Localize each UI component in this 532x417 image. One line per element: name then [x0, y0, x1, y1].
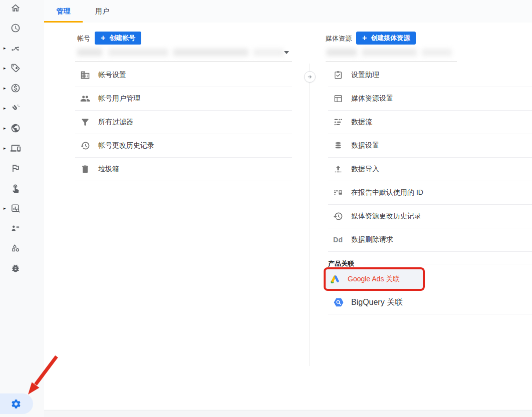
google-ads-icon — [330, 274, 341, 285]
tab-label: 用户 — [95, 7, 109, 16]
menu-item-label: 媒体资源设置 — [351, 94, 393, 103]
monetization-icon — [11, 83, 21, 93]
menu-item-label: 所有过滤器 — [98, 118, 133, 127]
flag-icon — [11, 163, 21, 173]
create-account-button[interactable]: + 创建帐号 — [95, 32, 141, 45]
expand-caret-icon: ▸ — [4, 66, 6, 71]
tab-label: 管理 — [57, 7, 71, 16]
menu-item-property-change-history[interactable]: 媒体资源更改历史记录 — [328, 205, 532, 228]
menu-item-label: 垃圾箱 — [98, 165, 119, 174]
sidebar-item-debug[interactable] — [0, 258, 44, 278]
building-icon — [80, 70, 90, 80]
column-divider — [310, 64, 310, 366]
sidebar-item-attraction[interactable]: ▸ — [0, 98, 44, 118]
caret-down-icon — [284, 51, 289, 54]
sidebar-item-home[interactable] — [0, 0, 44, 18]
menu-item-label: 在报告中默认使用的 ID — [351, 188, 423, 197]
sidebar-item-loyalty[interactable]: ▸ — [0, 58, 44, 78]
devices-icon — [11, 143, 21, 153]
report-search-icon — [11, 203, 21, 213]
redacted-text — [422, 49, 452, 56]
property-selector[interactable] — [326, 45, 457, 62]
expand-caret-icon: ▸ — [4, 206, 6, 211]
sidebar-item-lifecycle[interactable]: ▸ — [0, 38, 44, 58]
filter-icon — [80, 117, 90, 127]
redacted-text — [173, 49, 248, 56]
menu-item-property-settings[interactable]: 媒体资源设置 — [328, 87, 532, 111]
menu-item-all-filters[interactable]: 所有过滤器 — [75, 111, 292, 134]
sidebar-item-recent[interactable] — [0, 18, 44, 38]
menu-item-account-settings[interactable]: 帐号设置 — [75, 64, 292, 87]
menu-item-setup-assistant[interactable]: 设置助理 — [328, 64, 532, 87]
menu-item-data-import[interactable]: 数据导入 — [328, 158, 532, 181]
menu-item-label: 媒体资源更改历史记录 — [351, 212, 421, 221]
expand-caret-icon: ▸ — [4, 146, 6, 151]
menu-item-default-reporting-id[interactable]: 在报告中默认使用的 ID — [328, 181, 532, 205]
tab-admin[interactable]: 管理 — [44, 0, 83, 23]
property-menu: 设置助理 媒体资源设置 数据流 数据设置 数据导入 在报告中默认使用的 ID 媒… — [328, 64, 532, 252]
menu-item-data-deletion-requests[interactable]: Dd 数据删除请求 — [328, 228, 532, 252]
menu-item-data-settings[interactable]: 数据设置 — [328, 134, 532, 158]
history-icon — [80, 141, 90, 151]
create-property-button[interactable]: + 创建媒体资源 — [356, 32, 416, 45]
sidebar-item-web[interactable]: ▸ — [0, 118, 44, 138]
nav-sidebar: ▸ ▸ ▸ ▸ ▸ ▸ ▸ — [0, 0, 44, 417]
person-list-icon — [11, 223, 21, 233]
collapse-column-button[interactable] — [304, 71, 316, 83]
account-menu: 帐号设置 帐号用户管理 所有过滤器 帐号更改历史记录 垃圾箱 — [75, 64, 292, 181]
layout-icon — [333, 94, 343, 104]
expand-caret-icon: ▸ — [4, 86, 6, 91]
trash-icon — [80, 164, 90, 174]
redacted-text — [327, 49, 357, 56]
sidebar-item-explore[interactable] — [0, 238, 44, 258]
sidebar-item-audiences[interactable] — [0, 218, 44, 238]
menu-item-data-streams[interactable]: 数据流 — [328, 111, 532, 134]
property-column-label: 媒体资源 — [326, 34, 352, 43]
arrow-right-icon — [307, 74, 313, 80]
expand-caret-icon: ▸ — [4, 126, 6, 131]
top-tab-bar: 管理 用户 — [44, 0, 532, 23]
id-badge-icon — [333, 188, 343, 198]
flow-icon — [11, 43, 21, 53]
tab-users[interactable]: 用户 — [83, 0, 122, 23]
globe-icon — [11, 123, 21, 133]
product-links-divider — [363, 264, 532, 264]
magnet-icon — [11, 103, 21, 113]
menu-item-label: 数据流 — [351, 118, 372, 127]
database-icon — [333, 141, 343, 151]
menu-item-account-change-history[interactable]: 帐号更改历史记录 — [75, 134, 292, 158]
menu-item-label: 设置助理 — [351, 71, 379, 80]
redacted-text — [362, 49, 417, 56]
menu-item-account-access[interactable]: 帐号用户管理 — [75, 87, 292, 111]
menu-item-label: BigQuery 关联 — [351, 297, 403, 308]
sidebar-item-flag[interactable] — [0, 158, 44, 178]
admin-content-card: 帐号 + 创建帐号 帐号设置 帐号用户管理 所有过滤器 帐号更改历史记录 — [44, 23, 532, 409]
touch-icon — [11, 183, 21, 193]
redacted-text — [77, 49, 102, 56]
account-column-label: 帐号 — [77, 34, 90, 43]
sidebar-item-touch[interactable] — [0, 178, 44, 198]
sidebar-item-admin-settings[interactable] — [0, 393, 33, 414]
menu-item-label: 数据设置 — [351, 141, 379, 150]
sidebar-item-monetization[interactable]: ▸ — [0, 78, 44, 98]
sidebar-item-reports[interactable]: ▸ — [0, 198, 44, 218]
redacted-text — [253, 49, 284, 56]
menu-item-label: 帐号更改历史记录 — [98, 141, 154, 150]
sidebar-item-devices[interactable]: ▸ — [0, 138, 44, 158]
upload-icon — [333, 164, 343, 174]
people-icon — [80, 94, 90, 104]
stream-icon — [333, 117, 343, 127]
menu-item-label: 帐号设置 — [98, 71, 126, 80]
expand-caret-icon: ▸ — [4, 106, 6, 111]
menu-item-label: 帐号用户管理 — [98, 94, 140, 103]
footer-strip — [0, 410, 532, 417]
account-selector[interactable] — [75, 45, 292, 62]
bug-icon — [11, 263, 21, 273]
create-property-button-label: 创建媒体资源 — [371, 34, 410, 43]
expand-caret-icon: ▸ — [4, 46, 6, 51]
redacted-text — [108, 49, 168, 56]
menu-item-trash[interactable]: 垃圾箱 — [75, 158, 292, 181]
menu-item-bigquery-links[interactable]: BigQuery 关联 — [328, 291, 532, 314]
shapes-icon — [11, 243, 21, 253]
menu-item-google-ads-links[interactable]: Google Ads 关联 — [324, 267, 425, 291]
